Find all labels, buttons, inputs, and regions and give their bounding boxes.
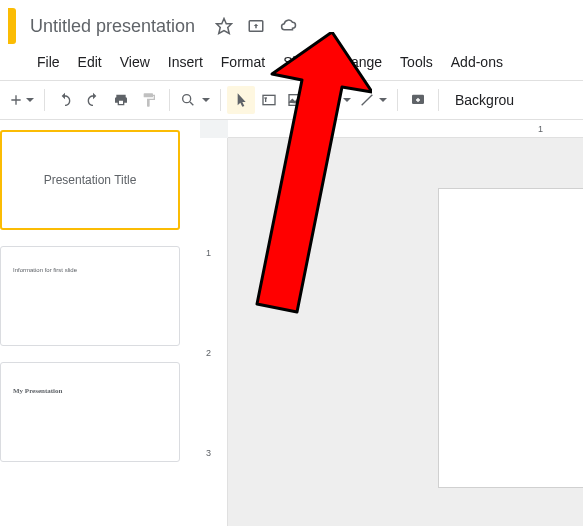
slide-thumb-1[interactable]: Presentation Title: [0, 130, 180, 230]
slide-thumb-2[interactable]: Information for first slide: [0, 246, 180, 346]
image-button[interactable]: [283, 86, 319, 114]
svg-point-2: [183, 95, 191, 103]
separator: [220, 89, 221, 111]
menu-addons[interactable]: Add-ons: [442, 50, 512, 74]
separator: [44, 89, 45, 111]
workspace: Presentation Title Information for first…: [0, 120, 583, 526]
paint-format-button[interactable]: [135, 86, 163, 114]
star-icon[interactable]: [215, 17, 233, 35]
menu-slide[interactable]: Slide: [274, 50, 323, 74]
undo-button[interactable]: [51, 86, 79, 114]
ruler-tick: 3: [206, 448, 211, 458]
ruler-tick: 2: [206, 348, 211, 358]
ruler-tick: 1: [206, 248, 211, 258]
slide-thumb-3[interactable]: My Presentation: [0, 362, 180, 462]
ruler-tick: 1: [538, 124, 543, 134]
menu-format[interactable]: Format: [212, 50, 274, 74]
comment-button[interactable]: [404, 86, 432, 114]
chevron-down-icon: [26, 98, 34, 102]
slide-thumb-text: Information for first slide: [13, 267, 77, 273]
slide-panel: Presentation Title Information for first…: [0, 120, 200, 526]
menu-insert[interactable]: Insert: [159, 50, 212, 74]
separator: [438, 89, 439, 111]
ruler-vertical: 1 2 3: [200, 138, 228, 526]
chevron-down-icon: [202, 98, 210, 102]
separator: [169, 89, 170, 111]
chevron-down-icon: [343, 98, 351, 102]
menubar: File Edit View Insert Format Slide Arran…: [0, 48, 583, 80]
print-button[interactable]: [107, 86, 135, 114]
svg-marker-0: [217, 19, 232, 34]
menu-file[interactable]: File: [28, 50, 69, 74]
redo-button[interactable]: [79, 86, 107, 114]
svg-rect-4: [263, 95, 275, 104]
svg-line-3: [190, 102, 193, 105]
menu-view[interactable]: View: [111, 50, 159, 74]
shape-button[interactable]: [319, 86, 355, 114]
textbox-button[interactable]: [255, 86, 283, 114]
slide-thumb-text: My Presentation: [13, 387, 62, 395]
menu-arrange[interactable]: Arrange: [323, 50, 391, 74]
editor-area: 1 1 2 3: [200, 120, 583, 526]
move-icon[interactable]: [247, 17, 265, 35]
chevron-down-icon: [307, 98, 315, 102]
background-button[interactable]: Backgrou: [445, 86, 524, 114]
cloud-icon[interactable]: [279, 17, 297, 35]
svg-line-10: [362, 95, 373, 106]
svg-rect-9: [330, 99, 337, 106]
chevron-down-icon: [379, 98, 387, 102]
new-slide-button[interactable]: [4, 86, 38, 114]
document-title[interactable]: Untitled presentation: [24, 14, 201, 39]
title-icons: [215, 17, 297, 35]
menu-tools[interactable]: Tools: [391, 50, 442, 74]
line-button[interactable]: [355, 86, 391, 114]
logo-edge: [8, 8, 16, 44]
header-bar: Untitled presentation: [0, 0, 583, 48]
slide-thumb-text: Presentation Title: [44, 173, 137, 187]
menu-edit[interactable]: Edit: [69, 50, 111, 74]
select-tool[interactable]: [227, 86, 255, 114]
canvas-area[interactable]: [228, 138, 583, 526]
zoom-button[interactable]: [176, 86, 214, 114]
toolbar: Backgrou: [0, 80, 583, 120]
ruler-horizontal: 1: [228, 120, 583, 138]
separator: [397, 89, 398, 111]
canvas-slide[interactable]: [438, 188, 583, 488]
